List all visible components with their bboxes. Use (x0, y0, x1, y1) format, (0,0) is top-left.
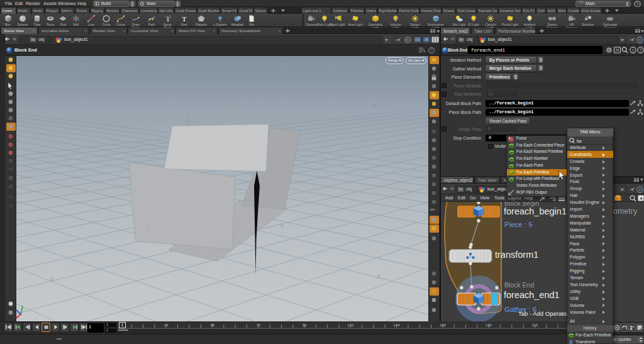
svg-text:H: H (616, 48, 619, 52)
svg-text:?: ? (640, 48, 642, 52)
svg-text:?: ? (636, 2, 639, 6)
svg-text:96: 96 (303, 323, 307, 327)
svg-text:192: 192 (486, 323, 492, 327)
svg-text:T: T (182, 15, 187, 22)
svg-text:168: 168 (440, 323, 447, 327)
svg-text:?: ? (430, 48, 433, 52)
svg-text:72: 72 (256, 323, 260, 327)
svg-text:144: 144 (394, 323, 401, 327)
svg-text:i: i (632, 47, 633, 53)
svg-text:120: 120 (347, 323, 354, 327)
svg-text:216: 216 (531, 323, 538, 327)
svg-text:48: 48 (210, 323, 214, 327)
svg-text:24: 24 (164, 323, 169, 327)
